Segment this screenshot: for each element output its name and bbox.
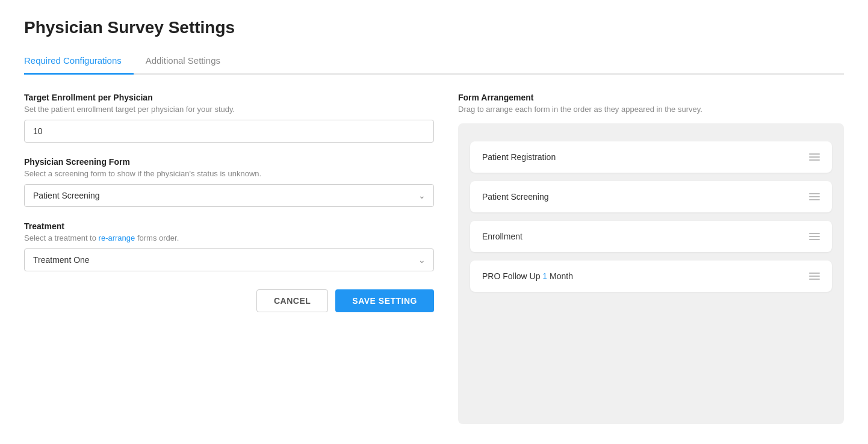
- save-setting-button[interactable]: SAVE SETTING: [335, 289, 434, 312]
- screening-label: Physician Screening Form: [24, 157, 434, 167]
- form-arrangement-area: Patient Registration Patient Screening E…: [458, 123, 844, 424]
- pro-label-suffix: Month: [547, 271, 573, 281]
- enrollment-description: Set the patient enrollment target per ph…: [24, 105, 434, 114]
- form-card-pro-follow-up[interactable]: PRO Follow Up 1 Month: [470, 261, 832, 292]
- pro-label-highlight: 1: [542, 271, 547, 281]
- treatment-select[interactable]: Treatment One Treatment Two Treatment Th…: [24, 248, 434, 271]
- tab-required-configurations[interactable]: Required Configurations: [24, 49, 134, 75]
- treatment-label: Treatment: [24, 221, 434, 231]
- right-panel: Form Arrangement Drag to arrange each fo…: [458, 93, 844, 424]
- screening-select-wrapper: Patient Screening Form B Form C ⌄: [24, 184, 434, 207]
- button-row: CANCEL SAVE SETTING: [24, 289, 434, 312]
- form-card-enrollment[interactable]: Enrollment: [470, 221, 832, 252]
- enrollment-input[interactable]: [24, 120, 434, 143]
- form-card-label-patient-screening: Patient Screening: [482, 192, 549, 202]
- content-area: Target Enrollment per Physician Set the …: [24, 93, 844, 424]
- form-card-label-patient-registration: Patient Registration: [482, 152, 556, 162]
- cancel-button[interactable]: CANCEL: [256, 289, 328, 312]
- treatment-description-link[interactable]: re-arrange: [99, 233, 135, 242]
- drag-handle-patient-registration[interactable]: [809, 153, 820, 161]
- drag-handle-enrollment[interactable]: [809, 233, 820, 240]
- tabs-container: Required Configurations Additional Setti…: [24, 49, 844, 75]
- treatment-description-prefix: Select a treatment to: [24, 233, 99, 242]
- form-card-label-pro-follow-up: PRO Follow Up 1 Month: [482, 271, 573, 281]
- screening-select[interactable]: Patient Screening Form B Form C: [24, 184, 434, 207]
- form-card-patient-registration[interactable]: Patient Registration: [470, 141, 832, 173]
- form-card-label-enrollment: Enrollment: [482, 232, 522, 241]
- pro-label-prefix: PRO Follow Up: [482, 271, 542, 281]
- screening-description: Select a screening form to show if the p…: [24, 169, 434, 178]
- treatment-field-group: Treatment Select a treatment to re-arran…: [24, 221, 434, 271]
- drag-handle-pro-follow-up[interactable]: [809, 273, 820, 280]
- drag-handle-patient-screening[interactable]: [809, 193, 820, 200]
- form-arrangement-title: Form Arrangement: [458, 93, 844, 102]
- treatment-description-suffix: forms order.: [135, 233, 179, 242]
- form-arrangement-description: Drag to arrange each form in the order a…: [458, 105, 844, 114]
- screening-field-group: Physician Screening Form Select a screen…: [24, 157, 434, 207]
- page-title: Physician Survey Settings: [24, 18, 844, 37]
- enrollment-field-group: Target Enrollment per Physician Set the …: [24, 93, 434, 143]
- tab-additional-settings[interactable]: Additional Settings: [146, 49, 232, 75]
- enrollment-label: Target Enrollment per Physician: [24, 93, 434, 102]
- treatment-select-wrapper: Treatment One Treatment Two Treatment Th…: [24, 248, 434, 271]
- treatment-description: Select a treatment to re-arrange forms o…: [24, 233, 434, 242]
- left-panel: Target Enrollment per Physician Set the …: [24, 93, 434, 424]
- form-card-patient-screening[interactable]: Patient Screening: [470, 181, 832, 212]
